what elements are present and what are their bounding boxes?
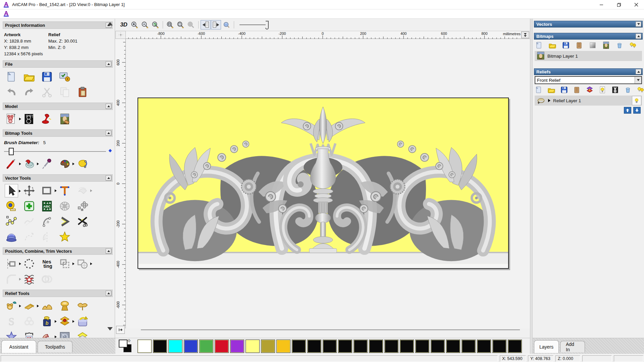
- pan-strip-button[interactable]: [116, 326, 125, 334]
- flyout-arrow-icon[interactable]: [19, 278, 21, 281]
- colour-swatch-4[interactable]: [199, 340, 213, 353]
- document-icon[interactable]: [3, 10, 9, 18]
- new-document-icon[interactable]: [5, 70, 18, 83]
- restore-button[interactable]: [611, 0, 627, 9]
- colour-swatch-19[interactable]: [431, 340, 445, 353]
- colour-swatch-16[interactable]: [384, 340, 398, 353]
- flyout-arrow-icon[interactable]: [90, 189, 92, 192]
- model-artboard[interactable]: [138, 98, 509, 269]
- collapse-button[interactable]: [106, 104, 111, 109]
- link-colours-icon[interactable]: ⟐: [127, 339, 130, 343]
- distort-vectors-icon[interactable]: [22, 273, 36, 286]
- spin-relief-icon[interactable]: S: [5, 315, 18, 328]
- flyout-arrow-icon[interactable]: [19, 305, 21, 307]
- combo-dropdown-icon[interactable]: [635, 77, 641, 83]
- colour-swatch-20[interactable]: [446, 340, 460, 353]
- colour-swatch-9[interactable]: [276, 340, 290, 353]
- redo-icon[interactable]: [22, 85, 36, 99]
- flyout-arrow-icon[interactable]: [55, 189, 57, 192]
- colour-swatch-14[interactable]: [354, 340, 368, 353]
- set-model-size-icon[interactable]: T: [5, 112, 18, 126]
- collapse-bitmaps-button[interactable]: [636, 34, 641, 39]
- lighting-lamp-icon[interactable]: [40, 112, 54, 126]
- preview-relief-button[interactable]: [221, 20, 231, 29]
- copy-icon[interactable]: [58, 85, 71, 99]
- tab-toolpaths[interactable]: Toolpaths: [38, 341, 72, 352]
- flyout-arrow-icon[interactable]: [90, 262, 92, 265]
- create-polyline-icon[interactable]: [5, 215, 18, 228]
- flyout-arrow-icon[interactable]: [72, 320, 74, 323]
- colour-swatch-17[interactable]: [400, 340, 414, 353]
- flyout-arrow-icon[interactable]: [37, 163, 39, 165]
- new-bitmap-icon[interactable]: [535, 41, 543, 50]
- preferences-check-icon[interactable]: [58, 70, 71, 83]
- minimize-button[interactable]: [594, 0, 609, 9]
- relief-selector-combo[interactable]: Front Relief: [535, 76, 642, 84]
- open-file-icon[interactable]: [22, 70, 36, 83]
- create-arc-icon[interactable]: [40, 215, 54, 228]
- fillet-vectors-icon[interactable]: [5, 273, 18, 286]
- colour-swatch-10[interactable]: [292, 340, 306, 353]
- zoom-box-button[interactable]: [165, 20, 175, 29]
- tab-layers[interactable]: Layers: [534, 340, 559, 353]
- toggle-all-reliefs-icon[interactable]: [637, 85, 644, 94]
- paste-nodes-icon[interactable]: [76, 199, 89, 213]
- collapse-reliefs-button[interactable]: [636, 69, 641, 74]
- colour-swatch-5[interactable]: [215, 340, 229, 353]
- panel-splitter[interactable]: [530, 19, 533, 362]
- move-layer-down-button[interactable]: [633, 107, 641, 114]
- colour-swatch-15[interactable]: [369, 340, 383, 353]
- toggle-bitmap-view-button[interactable]: [201, 20, 211, 29]
- create-star-icon[interactable]: [58, 230, 71, 244]
- ruler-unit-button[interactable]: [521, 32, 529, 38]
- flyout-arrow-icon[interactable]: [55, 320, 57, 323]
- close-button[interactable]: [629, 0, 644, 9]
- colour-swatch-22[interactable]: [477, 340, 491, 353]
- flyout-arrow-icon[interactable]: [72, 262, 74, 265]
- mesh-wireframe-icon[interactable]: [58, 199, 71, 213]
- bitmap-layer-row[interactable]: Bitmap Layer 1: [535, 51, 642, 61]
- collapse-button[interactable]: [106, 175, 111, 181]
- paint-brush-icon[interactable]: [5, 157, 18, 171]
- offset-relief-icon[interactable]: [58, 315, 71, 328]
- colour-swatch-12[interactable]: [323, 340, 337, 353]
- load-bitmap-image-icon[interactable]: [58, 112, 71, 126]
- open-bitmap-icon[interactable]: [548, 41, 557, 50]
- flyout-arrow-icon[interactable]: [37, 305, 39, 307]
- paste-relief-icon[interactable]: [573, 85, 581, 94]
- colour-picker-icon[interactable]: [40, 157, 54, 171]
- new-relief-icon[interactable]: [535, 85, 543, 94]
- collapse-button[interactable]: [106, 291, 111, 296]
- colour-swatch-6[interactable]: [230, 340, 244, 353]
- open-relief-icon[interactable]: [547, 85, 555, 94]
- tab-assistant[interactable]: Assistant: [1, 340, 36, 353]
- group-vectors-icon[interactable]: [58, 257, 71, 270]
- collapse-button[interactable]: [106, 248, 111, 254]
- text-on-curve-icon[interactable]: [22, 257, 36, 270]
- delete-bitmap-icon[interactable]: [615, 41, 624, 50]
- fit-curve-icon[interactable]: [22, 230, 36, 244]
- smooth-relief-icon[interactable]: [5, 299, 18, 313]
- trim-vectors-icon[interactable]: [76, 215, 89, 228]
- select-cursor-icon[interactable]: [5, 184, 18, 197]
- create-rectangle-icon[interactable]: [40, 184, 54, 197]
- cut-icon[interactable]: [40, 85, 54, 99]
- flyout-arrow-icon[interactable]: [19, 190, 21, 192]
- weld-vectors-icon[interactable]: [76, 257, 89, 270]
- envelope-text-icon[interactable]: [76, 184, 89, 197]
- colour-swatch-23[interactable]: [492, 340, 506, 353]
- smoothing-plane-icon[interactable]: [22, 299, 36, 313]
- primary-colour[interactable]: [119, 340, 127, 348]
- delete-relief-icon[interactable]: [624, 85, 632, 94]
- colour-palette-icon[interactable]: [58, 157, 71, 171]
- transform-vectors-icon[interactable]: [22, 184, 36, 197]
- adjust-model-icon[interactable]: T: [22, 112, 36, 126]
- slider-track[interactable]: [4, 151, 106, 152]
- zoom-object-button[interactable]: [186, 20, 196, 29]
- colour-swatch-1[interactable]: [153, 340, 167, 353]
- flyout-arrow-icon[interactable]: [19, 118, 21, 120]
- sculpt-relief-icon[interactable]: [40, 299, 54, 313]
- layer-visibility-button[interactable]: [632, 96, 641, 105]
- switch-3d-view-button[interactable]: 3D: [118, 20, 129, 29]
- wrap-relief-icon[interactable]: [76, 315, 89, 328]
